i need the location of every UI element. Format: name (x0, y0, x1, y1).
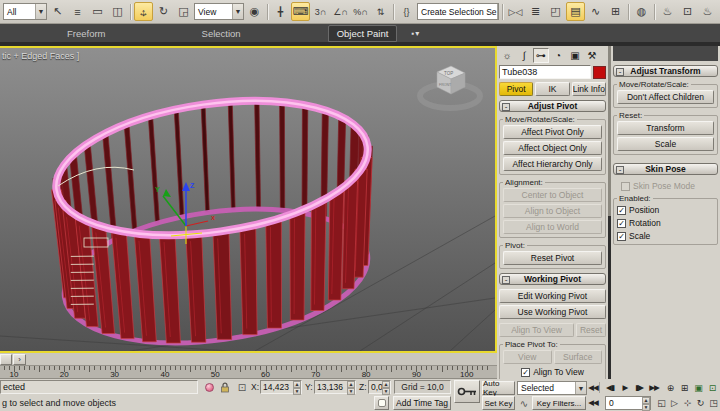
zoom-extents-icon[interactable]: ▣ (692, 381, 705, 394)
reset-working-pivot-button[interactable]: Reset (576, 323, 606, 337)
region-zoom-icon[interactable]: ◱ (655, 396, 668, 409)
spinner-snap-icon[interactable]: ⇅ (371, 2, 390, 21)
next-frame-arrow[interactable]: › (13, 354, 26, 365)
time-slider[interactable]: › (0, 353, 497, 366)
selection-set-dropdown[interactable]: Selected ▼ (517, 381, 587, 395)
pan-hand-icon[interactable]: ⊹ (681, 396, 694, 409)
play-icon[interactable]: ▶ (618, 381, 632, 394)
panel-scrollbar[interactable] (608, 216, 611, 379)
toggle-layer-explorer-icon[interactable]: ▤ (566, 2, 585, 21)
go-to-end-icon[interactable]: ▶▶ (647, 381, 661, 394)
select-object-icon[interactable]: ↖ (48, 2, 67, 21)
time-tag-icon[interactable] (374, 396, 389, 410)
reset-pivot-button[interactable]: Reset Pivot (503, 251, 602, 265)
rotation-checkbox[interactable]: ✓ (617, 219, 626, 228)
set-key-button[interactable]: Set Key (482, 396, 515, 410)
named-selection-set-dropdown[interactable]: Create Selection Se ▼ (417, 3, 499, 20)
affect-hierarchy-only-button[interactable]: Affect Hierarchy Only (503, 157, 602, 171)
y-coordinate-field[interactable]: 13,136 ▲▼ (314, 380, 356, 394)
working-pivot-rollout-header[interactable]: - Working Pivot (499, 273, 606, 285)
window-crossing-icon[interactable]: ◫ (108, 2, 127, 21)
render-production-icon[interactable]: ♨ (698, 2, 717, 21)
reference-coordinate-dropdown[interactable]: View ▼ (194, 3, 244, 20)
render-setup-icon[interactable]: ♨ (658, 2, 677, 21)
x-coordinate-field[interactable]: 14,423 ▲▼ (260, 380, 302, 394)
select-and-manipulate-icon[interactable]: ╋ (271, 2, 290, 21)
edit-working-pivot-button[interactable]: Edit Working Pivot (499, 289, 606, 303)
angle-snap-icon[interactable]: ∠∩ (331, 2, 350, 21)
auto-key-button[interactable]: Auto Key (482, 381, 515, 395)
snaps-toggle-3d-icon[interactable]: 3∩ (311, 2, 330, 21)
adjust-transform-rollout-header[interactable]: - Adjust Transform (613, 65, 718, 77)
tab-object-paint[interactable]: Object Paint (328, 25, 398, 42)
utilities-tab-icon[interactable]: ⚒ (584, 48, 600, 63)
link-info-mode-button[interactable]: Link Info (572, 82, 606, 96)
isolate-selection-icon[interactable] (202, 380, 216, 394)
zoom-icon[interactable]: ⊕ (664, 381, 677, 394)
orbit-icon[interactable]: ↻ (694, 396, 707, 409)
ribbon-options-icon[interactable]: ▪▾ (411, 29, 420, 38)
align-to-world-button[interactable]: Align to World (503, 220, 602, 234)
edit-named-selection-sets-icon[interactable]: {} (397, 2, 416, 21)
affect-pivot-only-button[interactable]: Affect Pivot Only (503, 125, 602, 139)
rectangular-selection-region-icon[interactable]: ▭ (88, 2, 107, 21)
percent-snap-icon[interactable]: %∩ (351, 2, 370, 21)
time-slider-handle[interactable] (0, 354, 12, 365)
key-mode-toggle-icon[interactable]: ◀◀ (586, 396, 600, 409)
current-frame-field[interactable]: 0 ▲▼ (605, 396, 651, 410)
x-spinner[interactable]: ▲▼ (293, 381, 301, 393)
use-working-pivot-button[interactable]: Use Working Pivot (499, 305, 606, 319)
material-editor-icon[interactable]: ◍ (632, 2, 651, 21)
viewport-canvas[interactable]: XYZTOPFRONT (0, 48, 495, 351)
track-bar-ruler[interactable]: 102030405060708090100 (0, 366, 497, 379)
tab-freeform[interactable]: Freeform (58, 25, 115, 42)
set-keys-key-button[interactable] (454, 380, 480, 403)
use-pivot-point-center-icon[interactable]: ◉ (245, 2, 264, 21)
pivot-mode-button[interactable]: Pivot (499, 82, 533, 96)
zoom-extents-all-icon[interactable]: ⊡ (706, 381, 719, 394)
z-spinner[interactable]: ▲▼ (382, 381, 390, 393)
align-to-object-button[interactable]: Align to Object (503, 204, 602, 218)
select-by-name-icon[interactable]: ≡ (68, 2, 87, 21)
walkthrough-icon[interactable]: ▷ (668, 396, 681, 409)
tab-selection[interactable]: Selection (193, 25, 250, 42)
previous-frame-icon[interactable]: ◀▮ (603, 381, 617, 394)
go-to-start-icon[interactable]: ◀◀ (586, 381, 600, 394)
affect-object-only-button[interactable]: Affect Object Only (503, 141, 602, 155)
align-to-view-checkbox[interactable]: ✓ (521, 368, 530, 377)
manage-layers-icon[interactable]: ◰ (546, 2, 565, 21)
motion-tab-icon[interactable]: ◔ (550, 48, 566, 63)
dont-affect-children-button[interactable]: Don't Affect Children (617, 90, 714, 104)
place-pivot-surface-button[interactable]: Surface (554, 350, 603, 364)
position-checkbox[interactable]: ✓ (617, 206, 626, 215)
absolute-mode-icon[interactable]: ⊡ (235, 380, 249, 394)
display-tab-icon[interactable]: ▣ (567, 48, 583, 63)
align-icon[interactable]: ≣ (526, 2, 545, 21)
hierarchy-tab-icon[interactable]: ⊶ (533, 48, 549, 63)
scale-checkbox[interactable]: ✓ (617, 232, 626, 241)
schematic-view-icon[interactable]: ⊞ (606, 2, 625, 21)
viewport-shading-label[interactable]: tic + Edged Faces ] (2, 51, 79, 61)
place-pivot-view-button[interactable]: View (503, 350, 552, 364)
keyboard-shortcut-override-icon[interactable]: ⌨ (291, 2, 310, 21)
skin-pose-rollout-header[interactable]: - Skin Pose (613, 163, 718, 175)
mirror-icon[interactable]: ▷◁ (506, 2, 525, 21)
next-frame-icon[interactable]: ▮▶ (632, 381, 646, 394)
selection-filter-dropdown[interactable]: All ▼ (3, 3, 47, 20)
key-filters-button[interactable]: Key Filters... (532, 396, 586, 410)
object-name-field[interactable]: Tube038 (499, 65, 591, 79)
selection-lock-icon[interactable] (218, 380, 232, 394)
reset-scale-button[interactable]: Scale (617, 137, 714, 151)
rendered-frame-window-icon[interactable]: ⊡ (678, 2, 697, 21)
add-time-tag-button[interactable]: Add Time Tag (393, 396, 451, 410)
y-spinner[interactable]: ▲▼ (347, 381, 355, 393)
create-tab-icon[interactable]: ☼ (499, 48, 515, 63)
frame-spinner[interactable]: ▲▼ (642, 397, 650, 409)
select-and-rotate-icon[interactable]: ↻ (154, 2, 173, 21)
z-coordinate-field[interactable]: 0,0 ▲▼ (368, 380, 391, 394)
skin-pose-mode-checkbox[interactable] (621, 182, 630, 191)
adjust-pivot-rollout-header[interactable]: - Adjust Pivot (499, 100, 606, 112)
center-to-object-button[interactable]: Center to Object (503, 188, 602, 202)
select-and-scale-icon[interactable]: ◲ (174, 2, 193, 21)
reset-transform-button[interactable]: Transform (617, 121, 714, 135)
